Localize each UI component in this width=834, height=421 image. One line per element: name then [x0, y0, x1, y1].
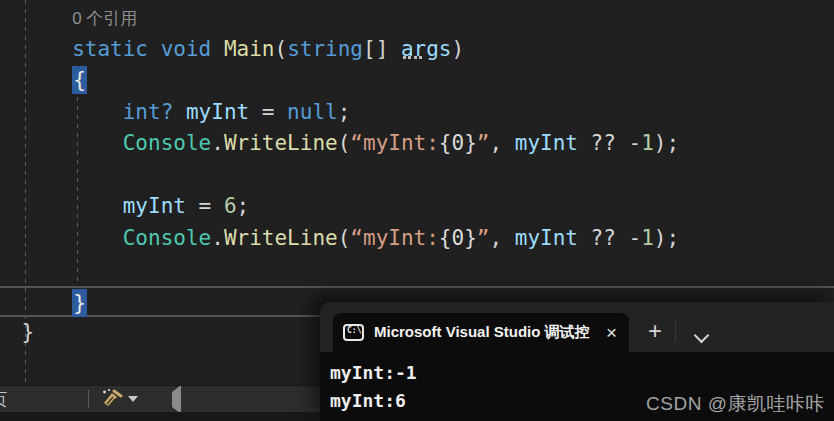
code-token: void — [161, 37, 212, 61]
watermark: CSDN @康凯哇咔咔 — [646, 391, 825, 417]
code-token: “myInt: — [350, 131, 439, 155]
code-token: myInt — [186, 100, 249, 124]
code-token: ?? - — [578, 226, 641, 250]
code-line: myInt = 6; — [0, 191, 834, 223]
code-token: myInt — [515, 131, 578, 155]
separator — [88, 390, 89, 408]
terminal-tabbar: C:\ Microsoft Visual Studio 调试控 × + — [320, 302, 834, 352]
code-token: ( — [274, 37, 287, 61]
code-token: = — [249, 100, 287, 124]
code-token: 1 — [641, 131, 654, 155]
code-token: WriteLine — [224, 226, 338, 250]
clipped-label: 页 — [0, 390, 7, 411]
code-token — [0, 37, 72, 61]
terminal-window: C:\ Microsoft Visual Studio 调试控 × + myIn… — [320, 302, 834, 421]
code-token — [0, 320, 22, 344]
code-token — [0, 100, 123, 124]
code-token: ); — [654, 131, 679, 155]
screen: { "colors": { "editor_bg": "#202020", "t… — [0, 0, 834, 421]
code-token: , — [489, 131, 514, 155]
code-token — [0, 131, 123, 155]
terminal-tab[interactable]: C:\ Microsoft Visual Studio 调试控 × — [333, 313, 629, 352]
code-token: = — [186, 194, 224, 218]
code-token — [0, 226, 123, 250]
code-token: “myInt: — [350, 226, 439, 250]
terminal-output[interactable]: myInt:-1 myInt:6 CSDN @康凯哇咔咔 — [320, 352, 834, 421]
code-token: { — [72, 66, 87, 94]
code-token: , — [489, 226, 514, 250]
terminal-tab-title: Microsoft Visual Studio 调试控 — [374, 323, 602, 342]
code-line: Console.WriteLine(“myInt:{0}”, myInt ?? … — [0, 128, 834, 160]
new-tab-button[interactable]: + — [640, 315, 670, 347]
code-token — [0, 194, 123, 218]
code-token — [148, 37, 161, 61]
code-token: WriteLine — [224, 131, 338, 155]
code-token: ) — [452, 37, 465, 61]
code-token: static — [72, 37, 148, 61]
code-token: null — [287, 100, 338, 124]
code-token: ” — [477, 131, 490, 155]
code-line: int? myInt = null; — [0, 97, 834, 129]
code-token: {0} — [439, 226, 477, 250]
scroll-left-button[interactable] — [168, 391, 184, 407]
terminal-output-line: myInt:-1 — [330, 359, 834, 387]
code-token: Console — [123, 226, 212, 250]
broom-icon — [101, 388, 123, 411]
code-token: } — [72, 289, 87, 317]
code-token: int? — [123, 100, 174, 124]
close-tab-button[interactable]: × — [602, 323, 621, 342]
code-token: ” — [477, 226, 490, 250]
code-token: 1 — [641, 226, 654, 250]
code-token: ; — [338, 100, 351, 124]
code-token: myInt — [123, 194, 186, 218]
code-token: 6 — [224, 194, 237, 218]
code-token — [0, 291, 72, 315]
code-token: Main — [224, 37, 275, 61]
codelens-line: 0 个引用 — [0, 2, 834, 34]
code-token: ; — [237, 194, 250, 218]
separator — [675, 320, 676, 342]
code-cleanup-button[interactable] — [101, 388, 139, 410]
code-token: . — [211, 226, 224, 250]
code-line — [0, 160, 834, 192]
command-prompt-icon: C:\ — [343, 324, 364, 341]
code-token — [0, 68, 72, 92]
chevron-down-icon — [128, 396, 138, 402]
code-token: Console — [123, 131, 212, 155]
code-token: [] — [363, 37, 401, 61]
code-token: string — [287, 37, 363, 61]
code-token: 0 个引用 — [72, 9, 137, 28]
code-token: ?? - — [578, 131, 641, 155]
chevron-down-icon — [693, 327, 709, 343]
code-token — [0, 5, 72, 29]
tab-dropdown-button[interactable] — [685, 315, 717, 347]
code-line: static void Main(string[] args) — [0, 34, 834, 66]
code-token — [173, 100, 186, 124]
code-token: {0} — [439, 131, 477, 155]
code-area[interactable]: 0 个引用 static void Main(string[] args) { … — [0, 2, 834, 349]
arrow-left-icon — [172, 385, 181, 412]
code-line — [0, 254, 834, 286]
code-token: . — [211, 131, 224, 155]
code-token: ); — [654, 226, 679, 250]
code-token: args — [401, 37, 452, 61]
code-token: } — [22, 320, 35, 344]
code-token: ( — [338, 131, 351, 155]
code-line: { — [0, 65, 834, 97]
code-token — [211, 37, 224, 61]
code-line: Console.WriteLine(“myInt:{0}”, myInt ?? … — [0, 223, 834, 255]
code-token: ( — [338, 226, 351, 250]
code-token: myInt — [515, 226, 578, 250]
